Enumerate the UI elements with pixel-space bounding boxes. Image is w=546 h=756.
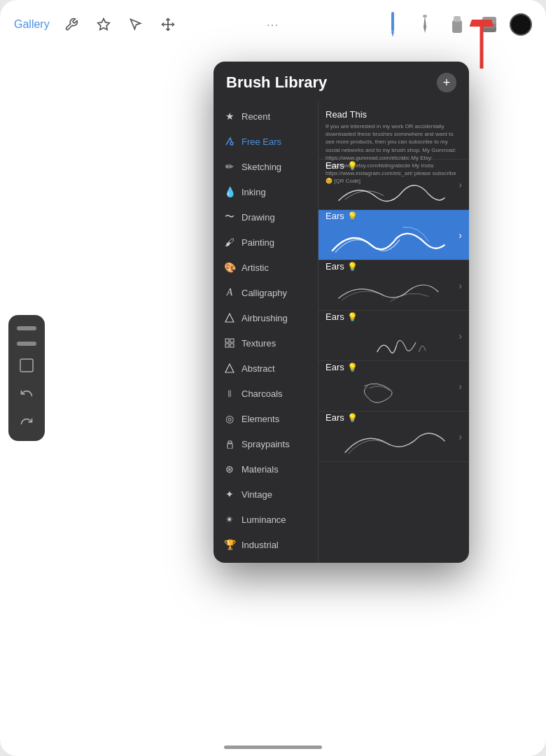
category-list: ★ Recent Free Ears ✏ Sketching — [214, 101, 318, 563]
brush-chevron-ears-1: › — [458, 179, 462, 190]
category-label-materials: Materials — [241, 464, 279, 475]
category-item-industrial[interactable]: 🏆 Industrial — [214, 532, 318, 557]
inking-icon: 💧 — [223, 186, 236, 198]
vintage-icon: ✦ — [223, 488, 236, 500]
opacity-slider[interactable] — [17, 326, 36, 330]
home-indicator — [224, 746, 322, 749]
color-button[interactable] — [510, 13, 532, 36]
brush-name-text-ears-4: Ears — [326, 312, 344, 322]
lightbulb-icon-ears-5: 💡 — [347, 363, 358, 372]
svg-marker-0 — [97, 19, 109, 30]
brush-item-ears-2[interactable]: Ears 💡 › — [318, 210, 469, 260]
category-item-vintage[interactable]: ✦ Vintage — [214, 482, 318, 507]
brush-name-row-ears-5: Ears 💡 — [326, 362, 454, 372]
brush-item-content-ears-4: Ears 💡 — [326, 312, 454, 360]
brush-preview-ears-1 — [326, 174, 454, 209]
brush-list: Read This If you are interested in my wo… — [318, 101, 469, 563]
textures-icon — [223, 337, 236, 349]
left-sidebar — [8, 315, 45, 441]
category-label-luminance: Luminance — [241, 514, 286, 525]
category-item-painting[interactable]: 🖌 Painting — [214, 230, 318, 255]
more-options-dots[interactable]: ··· — [267, 19, 279, 30]
brush-item-ears-1[interactable]: Ears 💡 › — [318, 160, 469, 210]
svg-rect-19 — [230, 344, 234, 347]
svg-marker-20 — [225, 364, 234, 372]
category-item-airbrushing[interactable]: Airbrushing — [214, 305, 318, 330]
category-label-free-ears: Free Ears — [241, 136, 281, 147]
selection-icon[interactable] — [125, 14, 146, 35]
sketching-icon: ✏ — [223, 160, 236, 173]
category-item-materials[interactable]: ⊛ Materials — [214, 456, 318, 482]
category-label-abstract: Abstract — [241, 363, 275, 374]
brush-item-ears-5[interactable]: Ears 💡 › — [318, 361, 469, 412]
category-item-inking[interactable]: 💧 Inking — [214, 179, 318, 204]
smudge-tool-button[interactable] — [413, 13, 437, 36]
category-item-textures[interactable]: Textures — [214, 330, 318, 356]
gallery-button[interactable]: Gallery — [14, 18, 50, 31]
brush-preview-ears-5 — [326, 375, 454, 410]
brush-preview-ears-3 — [326, 274, 454, 309]
brush-name-row-ears-1: Ears 💡 — [326, 160, 454, 171]
pen-tool-button[interactable] — [381, 13, 405, 36]
category-item-charcoals[interactable]: ⦀ Charcoals — [214, 381, 318, 406]
lightbulb-icon-ears-3: 💡 — [347, 262, 358, 272]
brush-chevron-ears-6: › — [458, 431, 462, 442]
add-brush-button[interactable]: + — [437, 73, 456, 92]
abstract-icon — [223, 362, 236, 374]
category-item-drawing[interactable]: 〜 Drawing — [214, 204, 318, 230]
elements-icon: ◎ — [223, 412, 236, 425]
spraypaints-icon — [223, 438, 236, 450]
wrench-icon[interactable] — [61, 14, 82, 35]
category-item-free-ears[interactable]: Free Ears — [214, 129, 318, 154]
category-item-spraypaints[interactable]: Spraypaints — [214, 431, 318, 456]
brush-name-text-ears-2: Ears — [326, 211, 344, 221]
category-label-artistic: Artistic — [241, 262, 269, 273]
brush-library-title: Brush Library — [226, 74, 327, 92]
lightbulb-icon-ears-1: 💡 — [347, 161, 358, 171]
magic-icon[interactable] — [93, 14, 114, 35]
luminance-icon: ✴ — [223, 513, 236, 526]
category-label-vintage: Vintage — [241, 489, 272, 500]
brush-item-ears-3[interactable]: Ears 💡 › — [318, 260, 469, 311]
category-item-abstract[interactable]: Abstract — [214, 356, 318, 381]
brush-item-ears-4[interactable]: Ears 💡 › — [318, 311, 469, 361]
brush-name-read-this: Read This — [326, 109, 462, 120]
brush-chevron-ears-3: › — [458, 280, 462, 291]
category-item-calligraphy[interactable]: A Calligraphy — [214, 280, 318, 305]
category-item-artistic[interactable]: 🎨 Artistic — [214, 255, 318, 280]
category-item-recent[interactable]: ★ Recent — [214, 104, 318, 129]
category-item-elements[interactable]: ◎ Elements — [214, 406, 318, 431]
svg-marker-4 — [391, 31, 394, 37]
category-item-luminance[interactable]: ✴ Luminance — [214, 507, 318, 532]
toolbar-left: Gallery — [14, 14, 178, 35]
brush-chevron-ears-5: › — [458, 381, 462, 392]
undo-button[interactable] — [14, 381, 39, 406]
category-item-sketching[interactable]: ✏ Sketching — [214, 154, 318, 179]
brush-item-content-ears-1: Ears 💡 — [326, 160, 454, 209]
transform-icon[interactable] — [158, 14, 178, 35]
category-item-organic[interactable]: 🌿 Organic — [214, 557, 318, 563]
svg-point-5 — [423, 15, 427, 18]
ipad-frame: Gallery — [0, 0, 546, 756]
brush-item-content-ears-5: Ears 💡 — [326, 362, 454, 410]
brush-item-read-this[interactable]: Read This If you are interested in my wo… — [318, 104, 469, 160]
drawing-icon: 〜 — [223, 211, 236, 223]
size-slider[interactable] — [17, 342, 36, 346]
brush-preview-ears-4 — [326, 325, 454, 360]
calligraphy-icon: A — [223, 286, 236, 299]
category-label-inking: Inking — [241, 187, 266, 197]
redo-button[interactable] — [14, 409, 39, 434]
lightbulb-icon-ears-6: 💡 — [347, 413, 358, 423]
brush-preview-ears-2 — [326, 224, 454, 259]
brush-preview-ears-6 — [326, 426, 454, 461]
free-ears-icon — [223, 135, 236, 148]
svg-rect-17 — [230, 339, 234, 342]
category-label-sketching: Sketching — [241, 162, 281, 172]
brush-item-content-ears-3: Ears 💡 — [326, 261, 454, 309]
brush-item-ears-6[interactable]: Ears 💡 › — [318, 412, 469, 462]
category-label-industrial: Industrial — [241, 540, 279, 550]
category-label-elements: Elements — [241, 414, 279, 424]
svg-rect-18 — [225, 344, 229, 347]
category-label-recent: Recent — [241, 111, 270, 122]
category-label-painting: Painting — [241, 237, 274, 248]
